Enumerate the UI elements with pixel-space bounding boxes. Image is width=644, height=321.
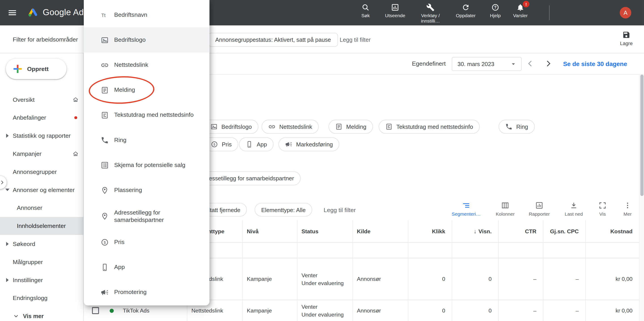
date-prev-button[interactable] (526, 59, 535, 68)
reports-button[interactable]: Rapporter (523, 201, 556, 216)
asset-chip-app[interactable]: App (239, 137, 274, 151)
save-filter-button[interactable]: Lagre (618, 31, 636, 46)
menu-item-melding[interactable]: Melding (84, 77, 210, 102)
google-ads-logo-icon (27, 6, 38, 18)
menu-item-app[interactable]: App (84, 255, 210, 280)
menu-item-bedriftslogo[interactable]: Bedriftslogo (84, 27, 210, 52)
google-ads-logo-text: Google Ads (43, 7, 88, 17)
more-vertical-icon (624, 201, 632, 210)
menu-item-bedriftsnavn[interactable]: Bedriftsnavn (84, 2, 210, 27)
sidebar-item-sokeord[interactable]: Søkeord (0, 235, 84, 253)
menu-item-plassering[interactable]: Plassering (84, 177, 210, 202)
date-picker-dropdown[interactable]: 30. mars 2023 (452, 57, 522, 71)
date-next-button[interactable] (544, 59, 553, 68)
sort-desc-icon: ↓ (474, 228, 476, 234)
asset-chip-markedsforing[interactable]: Markedsføring (278, 137, 340, 151)
column-header-kostnad[interactable]: Kostnad (585, 220, 639, 242)
segment-button[interactable]: Segmenteri… (450, 201, 482, 216)
sidebar-item-annonsegrupper[interactable]: Annonsegrupper (0, 163, 84, 181)
asset-name[interactable]: TikTok Ads (123, 308, 149, 314)
asset-chip-tekstutdrag[interactable]: Tekstutdrag med nettstedsinfo (378, 120, 480, 134)
sidebar-item-kampanjer[interactable]: Kampanjer (0, 145, 84, 163)
refresh-button[interactable]: Oppdater (450, 3, 482, 18)
vertical-scrollbar[interactable] (639, 75, 644, 321)
sidebar-item-statistikk-og-rapporter[interactable]: Statistikk og rapporter (0, 127, 84, 145)
menu-item-tekstutdrag[interactable]: Tekstutdrag med nettstedsinfo (84, 102, 210, 128)
create-button[interactable]: Opprett (6, 59, 67, 79)
cell-niva: Kampanje (242, 300, 297, 321)
expand-arrow-icon (6, 242, 9, 246)
sidebar-item-innstillinger[interactable]: Innstillinger (0, 271, 84, 289)
date-picker-value: 30. mars 2023 (458, 61, 494, 67)
asset-chip-melding[interactable]: Melding (328, 120, 373, 134)
megaphone-icon (100, 288, 109, 296)
menu-item-promotering[interactable]: Promotering (84, 280, 210, 305)
notifications-button[interactable]: Varsler ! (505, 3, 536, 18)
snippet-icon (100, 111, 109, 119)
row-checkbox[interactable] (92, 307, 99, 314)
asset-chip-bedriftslogo[interactable]: Bedriftslogo (204, 120, 258, 134)
chevron-left-icon (526, 59, 535, 68)
asset-chip-ring[interactable]: Ring (499, 120, 535, 134)
cell-kostnad: kr 0,00 (585, 300, 639, 321)
search-icon (361, 3, 370, 12)
search-button[interactable]: Søk (350, 3, 381, 18)
sidebar-nav: Oversikt Anbefalinger Statistikk og rapp… (0, 91, 84, 321)
home-icon (72, 151, 79, 157)
expand-arrow-icon (6, 134, 9, 138)
column-header-visn[interactable]: ↓Visn. (452, 220, 498, 242)
google-ads-logo[interactable]: Google Ads (27, 6, 88, 18)
column-header-niva[interactable]: Nivå (242, 220, 297, 242)
save-icon (622, 31, 630, 39)
menu-item-nettstedslink[interactable]: Nettstedslink (84, 52, 210, 77)
column-header-status[interactable]: Status (297, 220, 352, 242)
note-icon (100, 86, 109, 94)
chart-icon (535, 201, 544, 210)
table-add-filter-button[interactable]: Legg til filter (324, 207, 356, 213)
more-button[interactable]: Mer (615, 201, 640, 216)
account-avatar[interactable]: A (620, 7, 631, 18)
link-icon (100, 61, 109, 69)
cell-ctr: – (498, 300, 543, 321)
asset-chip-nettstedslink[interactable]: Nettstedslink (262, 120, 319, 134)
column-header-ctr[interactable]: CTR (498, 220, 543, 242)
column-header-klikk[interactable]: Klikk (408, 220, 452, 242)
sidebar-item-annonser[interactable]: Annonser (0, 199, 84, 217)
sidebar-item-endringslogg[interactable]: Endringslogg (0, 289, 84, 307)
smartphone-icon (246, 141, 253, 148)
main-menu-icon[interactable] (8, 8, 17, 18)
expand-button[interactable]: Vis (590, 201, 615, 216)
column-header-gjsn-cpc[interactable]: Gj.sn. CPC (543, 220, 585, 242)
location-pin-icon (100, 212, 109, 220)
menu-item-skjema[interactable]: Skjema for potensielle salg (84, 153, 210, 177)
topbar-divider (549, 5, 550, 20)
link-icon (268, 123, 276, 130)
menu-item-ring[interactable]: Ring (84, 128, 210, 153)
scrollbar-thumb[interactable] (640, 75, 644, 196)
sidebar-item-annonser-og-elementer[interactable]: Annonser og elementer (0, 181, 84, 199)
last-30-days-link[interactable]: Se de siste 30 dagene (563, 60, 627, 67)
columns-button[interactable]: Kolonner (489, 201, 522, 216)
refresh-icon (462, 3, 470, 12)
snippet-icon (385, 123, 393, 130)
element-type-filter-chip[interactable]: Elementtype: Alle (255, 203, 312, 216)
cell-status: VenterUnder evaluering (297, 300, 352, 321)
column-header-kilde[interactable]: Kilde (352, 220, 408, 242)
show-more-button[interactable]: Vis mer (0, 307, 84, 321)
menu-item-pris[interactable]: Pris (84, 230, 210, 255)
sidebar-item-innholdselementer[interactable]: Innholdselementer (0, 217, 84, 235)
tools-settings-button[interactable]: Verktøy /innstilli… (415, 3, 446, 23)
menu-item-adressetillegg[interactable]: Adressetillegg for samarbeidspartner (84, 202, 210, 229)
cell-gjsn-cpc: – (543, 300, 585, 321)
notification-badge: ! (523, 1, 529, 7)
sidebar-item-anbefalinger[interactable]: Anbefalinger (0, 109, 84, 127)
add-filter-button[interactable]: Legg til filter (340, 36, 371, 43)
sidebar-item-malgrupper[interactable]: Målgrupper (0, 253, 84, 271)
cell-kilde: Annonsør (352, 300, 408, 321)
adgroup-status-filter-chip[interactable]: Annonsegruppestatus: Aktivert, satt på p… (208, 33, 338, 47)
cell-niva: Kampanje (242, 258, 297, 300)
download-button[interactable]: Last ned (557, 201, 590, 216)
image-icon (100, 36, 109, 44)
sidebar-item-oversikt[interactable]: Oversikt (0, 91, 84, 109)
appearance-button[interactable]: Utseende (380, 3, 411, 18)
